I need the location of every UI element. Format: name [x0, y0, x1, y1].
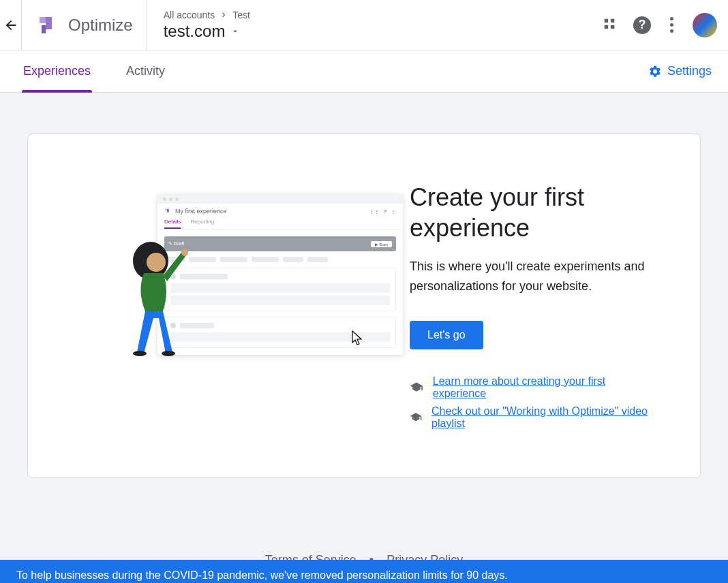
- person-illustration-icon: [123, 236, 192, 359]
- help-links: Learn more about creating your first exp…: [410, 375, 659, 430]
- tab-activity-label: Activity: [126, 64, 165, 78]
- settings-label: Settings: [667, 64, 712, 78]
- illustration-start-label: Start: [379, 242, 388, 247]
- learn-more-link[interactable]: Learn more about creating your first exp…: [433, 375, 659, 400]
- container-name: test.com: [164, 22, 226, 41]
- breadcrumb-container: All accounts Test test.com: [147, 4, 267, 46]
- graduation-cap-icon: [410, 381, 423, 394]
- svg-point-6: [181, 249, 188, 256]
- avatar[interactable]: [693, 13, 717, 37]
- illustration-title: My first experience: [175, 208, 227, 215]
- settings-link[interactable]: Settings: [648, 64, 712, 78]
- illustration-window: My first experience ⋮⋮ ? ⋮ Details Repor…: [157, 194, 403, 355]
- brand-name: Optimize: [68, 16, 133, 35]
- brand-block: Optimize: [22, 0, 147, 50]
- banner-text: To help businesses during the COVID-19 p…: [16, 569, 508, 581]
- svg-rect-0: [605, 18, 609, 22]
- overflow-menu-icon[interactable]: [667, 14, 676, 35]
- breadcrumb-root: All accounts: [164, 10, 215, 20]
- app-header: Optimize All accounts Test test.com ?: [0, 0, 728, 50]
- header-actions: ?: [602, 13, 717, 37]
- tab-experiences-label: Experiences: [23, 64, 91, 78]
- cta-label: Let's go: [427, 329, 466, 341]
- video-playlist-link[interactable]: Check out our "Working with Optimize" vi…: [431, 405, 659, 430]
- caret-down-icon: [230, 27, 240, 36]
- optimize-logo-icon: [164, 208, 171, 215]
- illustration-tab-reporting: Reporting: [190, 219, 214, 229]
- card-title: Create your first experience: [410, 182, 659, 243]
- svg-point-5: [147, 253, 166, 272]
- graduation-cap-icon: [410, 411, 422, 424]
- container-dropdown[interactable]: test.com: [164, 22, 250, 41]
- svg-rect-3: [611, 25, 615, 29]
- lets-go-button[interactable]: Let's go: [410, 321, 483, 349]
- breadcrumb-leaf: Test: [232, 10, 250, 20]
- svg-point-7: [133, 351, 147, 356]
- svg-rect-1: [611, 18, 615, 22]
- apps-icon[interactable]: [602, 16, 617, 34]
- illustration-tab-details: Details: [164, 219, 181, 229]
- illustration: My first experience ⋮⋮ ? ⋮ Details Repor…: [69, 182, 369, 359]
- card-content: Create your first experience This is whe…: [410, 182, 659, 430]
- tab-experiences[interactable]: Experiences: [16, 50, 97, 93]
- card-description: This is where you'll create experiments …: [410, 257, 659, 296]
- svg-point-8: [162, 351, 175, 356]
- tab-activity[interactable]: Activity: [119, 50, 172, 93]
- page-body: My first experience ⋮⋮ ? ⋮ Details Repor…: [0, 93, 728, 583]
- optimize-logo-icon: [35, 13, 60, 37]
- chevron-right-icon: [219, 10, 228, 20]
- arrow-left-icon: [3, 18, 18, 33]
- info-banner: To help businesses during the COVID-19 p…: [0, 560, 728, 583]
- breadcrumb[interactable]: All accounts Test: [164, 10, 250, 20]
- help-icon[interactable]: ?: [633, 16, 651, 34]
- empty-state-card: My first experience ⋮⋮ ? ⋮ Details Repor…: [27, 133, 701, 478]
- gear-icon: [648, 65, 662, 78]
- svg-rect-2: [605, 25, 609, 29]
- tab-bar: Experiences Activity Settings: [0, 50, 728, 93]
- back-button[interactable]: [0, 0, 22, 50]
